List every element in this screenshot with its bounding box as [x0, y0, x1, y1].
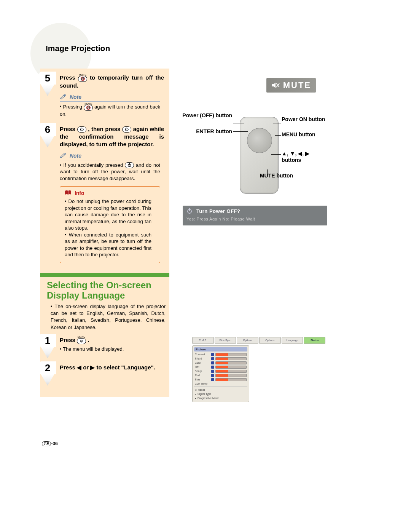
note-list: If you accidentally pressed ⏻ and do not… — [60, 162, 160, 182]
note-list: The menu will be displayed. — [60, 346, 160, 353]
page-title: Image Projection — [46, 44, 110, 53]
info-label: Info — [75, 190, 84, 196]
step-instruction: Press MUTE 🔇 to temporarily turn off the… — [60, 74, 164, 90]
step-tail-icon — [39, 374, 56, 386]
remote-body — [240, 117, 279, 194]
mute-button-icon: MUTE 🔇 — [84, 103, 93, 111]
section-divider — [40, 273, 169, 277]
mute-osd-badge: MUTE — [266, 78, 316, 93]
page: Image Projection 5 Press MUTE 🔇 to tempo… — [0, 0, 411, 532]
note-header: Note — [60, 94, 164, 102]
menu-tab: Options — [259, 337, 281, 344]
label-power-off: Power (OFF) button — [175, 112, 232, 119]
info-book-icon — [65, 190, 72, 197]
label-enter: ENTER button — [175, 128, 232, 135]
step-instruction: Press ⏻ , then press ⏻ again while the c… — [60, 125, 164, 149]
left-column: 5 Press MUTE 🔇 to temporarily turn off t… — [40, 69, 169, 397]
menu-tab: Language — [282, 337, 303, 344]
info-item: Do not unplug the power cord during proj… — [65, 198, 151, 232]
power-button-icon: ⏻ — [125, 162, 134, 168]
section-body: The on-screen display language of the pr… — [51, 303, 166, 331]
step-number: 6 — [45, 124, 50, 135]
label-menu: MENU button — [282, 131, 327, 138]
note-header: Note — [60, 152, 164, 160]
step-tail-icon — [39, 85, 56, 96]
step-instruction: Press ◀ or ▶ to select "Language". — [60, 364, 164, 371]
section-title: Selecting the On-screen Display Language — [47, 280, 166, 301]
mute-button-icon: MUTE 🔇 — [78, 74, 87, 82]
gb-badge: GB — [42, 441, 51, 446]
step-number: 5 — [45, 72, 50, 84]
menu-button-icon: MENU ⊜ — [77, 336, 86, 344]
step-number-badge: 1 — [39, 334, 56, 358]
power-icon — [186, 208, 193, 215]
step-2: 2 Press ◀ or ▶ to select "Language". — [40, 361, 169, 386]
power-button-icon: ⏻ — [77, 126, 86, 133]
menu-tab: C.M.S. — [192, 337, 214, 344]
label-arrows: ▲, ▼, ◀, ▶ buttons — [282, 150, 327, 163]
power-off-dialog: Turn Power OFF? Yes: Press Again No: Ple… — [183, 206, 327, 225]
menu-tabbar: C.M.S. Fine Sync Options Options Languag… — [192, 337, 325, 344]
step-number-badge: 6 — [39, 123, 56, 147]
menu-tab-selected: Status — [304, 337, 325, 344]
note-pencil-icon — [60, 94, 67, 101]
menu-tab: Options — [237, 337, 258, 344]
note-label: Note — [70, 94, 81, 100]
label-mute: MUTE button — [240, 173, 293, 179]
menu-panel-title: Picture — [194, 347, 247, 351]
page-number: GB-36 — [42, 441, 58, 446]
step-1: 1 Press MENU ⊜ . The menu will be displa… — [40, 334, 169, 358]
info-list: Do not unplug the power cord during proj… — [65, 198, 151, 258]
step-6: 6 Press ⏻ , then press ⏻ again while the… — [40, 123, 169, 265]
step-number-badge: 2 — [39, 361, 56, 386]
dialog-line1: Turn Power OFF? — [196, 208, 241, 214]
step-5: 5 Press MUTE 🔇 to temporarily turn off t… — [40, 72, 169, 120]
step-number-badge: 5 — [39, 72, 56, 96]
menu-panel: Picture Contrast Bright Color Tint Sharp… — [192, 345, 249, 402]
remote-diagram: Power (OFF) button ENTER button Power ON… — [175, 112, 335, 204]
note-pencil-icon — [60, 153, 67, 159]
step-number: 2 — [45, 362, 50, 374]
dialog-line2: Yes: Press Again No: Please Wait — [186, 217, 323, 221]
step-tail-icon — [39, 136, 56, 147]
step-instruction: Press MENU ⊜ . — [60, 336, 164, 344]
info-box: Info Do not unplug the power cord during… — [60, 186, 160, 263]
info-item: When connected to equipment such as an a… — [65, 232, 151, 258]
power-button-icon: ⏻ — [122, 126, 131, 133]
note-label: Note — [70, 153, 81, 159]
label-power-on: Power ON button — [282, 116, 331, 123]
menu-tab: Fine Sync — [215, 337, 236, 344]
note-list: Pressing MUTE 🔇 again will turn the soun… — [60, 103, 160, 118]
speaker-mute-icon — [271, 81, 280, 90]
menu-screenshot: C.M.S. Fine Sync Options Options Languag… — [192, 337, 325, 402]
step-tail-icon — [39, 347, 56, 358]
mute-osd-text: MUTE — [283, 80, 311, 90]
step-number: 1 — [45, 335, 50, 346]
